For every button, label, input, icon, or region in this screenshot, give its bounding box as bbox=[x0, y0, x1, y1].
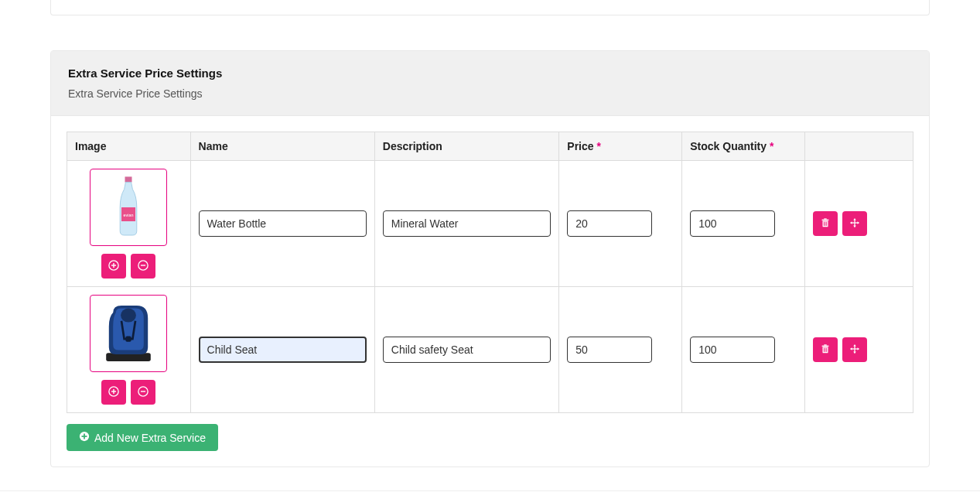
delete-row-button[interactable] bbox=[813, 337, 838, 362]
svg-rect-42 bbox=[82, 436, 87, 437]
price-input[interactable] bbox=[567, 210, 652, 237]
image-cell: evian bbox=[67, 161, 191, 287]
description-cell bbox=[374, 161, 559, 287]
table-row bbox=[67, 287, 913, 413]
description-cell bbox=[374, 287, 559, 413]
add-button-label: Add New Extra Service bbox=[94, 432, 206, 444]
stock-input[interactable] bbox=[690, 210, 775, 237]
price-cell bbox=[559, 161, 682, 287]
trash-icon bbox=[820, 343, 831, 357]
move-row-button[interactable] bbox=[842, 211, 867, 236]
plus-circle-icon bbox=[79, 431, 90, 444]
plus-icon bbox=[108, 260, 119, 273]
column-header-description: Description bbox=[374, 132, 559, 161]
table-row: evian bbox=[67, 161, 913, 287]
svg-rect-13 bbox=[827, 221, 828, 225]
delete-row-button[interactable] bbox=[813, 211, 838, 236]
image-buttons bbox=[75, 380, 183, 405]
minus-icon bbox=[138, 260, 149, 273]
image-buttons bbox=[75, 254, 183, 279]
image-add-button[interactable] bbox=[101, 380, 126, 405]
svg-rect-11 bbox=[824, 221, 825, 225]
name-cell bbox=[190, 161, 374, 287]
name-cell bbox=[190, 287, 374, 413]
name-input[interactable] bbox=[199, 210, 367, 237]
svg-point-21 bbox=[121, 309, 136, 323]
image-add-button[interactable] bbox=[101, 254, 126, 279]
minus-icon bbox=[138, 386, 149, 399]
svg-rect-30 bbox=[825, 344, 828, 345]
svg-rect-25 bbox=[111, 391, 116, 391]
card-body: Image Name Description Price * Stock Qua… bbox=[51, 116, 929, 467]
column-header-price: Price * bbox=[559, 132, 682, 161]
svg-rect-19 bbox=[852, 222, 859, 223]
move-icon bbox=[849, 217, 860, 231]
extra-service-table: Image Name Description Price * Stock Qua… bbox=[67, 132, 913, 413]
svg-rect-12 bbox=[825, 221, 826, 225]
card-header: Extra Service Price Settings Extra Servi… bbox=[51, 51, 929, 116]
svg-rect-33 bbox=[827, 347, 828, 351]
add-new-extra-service-button[interactable]: Add New Extra Service bbox=[67, 424, 218, 451]
description-input[interactable] bbox=[383, 210, 551, 237]
item-image[interactable]: evian bbox=[90, 169, 167, 246]
description-input[interactable] bbox=[383, 337, 551, 363]
required-marker: * bbox=[770, 140, 773, 152]
svg-rect-22 bbox=[126, 337, 131, 342]
svg-rect-9 bbox=[822, 219, 829, 220]
svg-text:evian: evian bbox=[124, 213, 134, 217]
column-header-actions bbox=[805, 132, 913, 161]
column-header-stock: Stock Quantity * bbox=[682, 132, 805, 161]
svg-rect-10 bbox=[825, 218, 828, 219]
image-cell bbox=[67, 287, 191, 413]
action-buttons bbox=[813, 337, 905, 362]
svg-rect-0 bbox=[125, 176, 132, 182]
stock-cell bbox=[682, 287, 805, 413]
move-icon bbox=[849, 343, 860, 357]
item-image[interactable] bbox=[90, 295, 167, 372]
image-remove-button[interactable] bbox=[131, 254, 155, 279]
stock-input[interactable] bbox=[690, 337, 775, 363]
price-input[interactable] bbox=[567, 337, 652, 363]
trash-icon bbox=[820, 217, 831, 231]
card-subtitle: Extra Service Price Settings bbox=[68, 87, 912, 100]
move-row-button[interactable] bbox=[842, 337, 867, 362]
extra-service-settings-card: Extra Service Price Settings Extra Servi… bbox=[50, 50, 930, 467]
svg-rect-31 bbox=[824, 347, 825, 351]
previous-card-bottom-edge bbox=[50, 0, 930, 15]
svg-rect-5 bbox=[111, 265, 116, 265]
svg-rect-39 bbox=[852, 348, 859, 349]
actions-cell bbox=[805, 287, 913, 413]
required-marker: * bbox=[596, 140, 600, 152]
card-title: Extra Service Price Settings bbox=[68, 67, 912, 80]
column-header-image: Image bbox=[67, 132, 191, 161]
column-header-name: Name bbox=[190, 132, 374, 161]
stock-cell bbox=[682, 161, 805, 287]
price-cell bbox=[559, 287, 682, 413]
page-divider bbox=[0, 490, 980, 499]
column-header-stock-text: Stock Quantity bbox=[690, 140, 767, 152]
name-input[interactable] bbox=[199, 337, 367, 363]
svg-rect-29 bbox=[822, 345, 829, 347]
column-header-price-text: Price bbox=[567, 140, 593, 152]
svg-rect-27 bbox=[141, 391, 145, 391]
svg-rect-32 bbox=[825, 347, 826, 351]
svg-rect-7 bbox=[141, 265, 145, 265]
image-remove-button[interactable] bbox=[131, 380, 155, 405]
actions-cell bbox=[805, 161, 913, 287]
action-buttons bbox=[813, 211, 905, 236]
plus-icon bbox=[108, 386, 119, 399]
